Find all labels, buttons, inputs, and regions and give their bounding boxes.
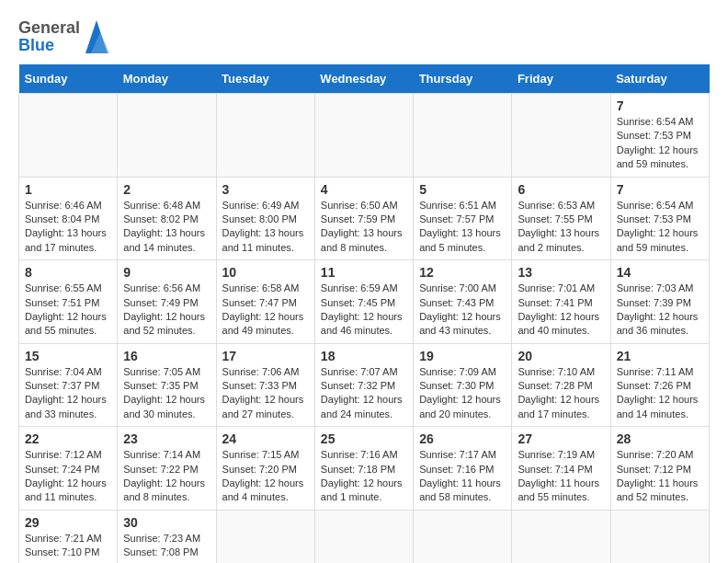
day-number: 27 — [518, 431, 604, 446]
cell-text: Sunrise: 7:14 AMSunset: 7:22 PMDaylight:… — [123, 449, 205, 502]
cell-text: Sunrise: 6:54 AMSunset: 7:53 PMDaylight:… — [617, 116, 699, 169]
calendar-cell — [512, 94, 610, 178]
day-number: 26 — [419, 431, 506, 446]
cell-text: Sunrise: 7:05 AMSunset: 7:35 PMDaylight:… — [123, 366, 205, 419]
calendar-cell: 9Sunrise: 6:56 AMSunset: 7:49 PMDaylight… — [118, 260, 216, 344]
calendar-cell: 4Sunrise: 6:50 AMSunset: 7:59 PMDaylight… — [314, 177, 413, 260]
day-number: 4 — [321, 182, 407, 197]
col-header-tuesday: Tuesday — [216, 64, 314, 94]
week-row-2: 1Sunrise: 6:46 AMSunset: 8:04 PMDaylight… — [19, 177, 710, 260]
calendar-cell: 1Sunrise: 6:46 AMSunset: 8:04 PMDaylight… — [19, 177, 118, 260]
col-header-monday: Monday — [118, 64, 216, 94]
header-row: SundayMondayTuesdayWednesdayThursdayFrid… — [19, 64, 710, 94]
calendar-cell — [414, 510, 512, 563]
calendar-cell — [314, 510, 413, 563]
cell-text: Sunrise: 7:03 AMSunset: 7:39 PMDaylight:… — [617, 282, 699, 336]
day-number: 24 — [222, 431, 309, 446]
calendar-cell: 8Sunrise: 6:55 AMSunset: 7:51 PMDaylight… — [19, 260, 118, 344]
day-number: 20 — [518, 349, 604, 363]
calendar-cell: 11Sunrise: 6:59 AMSunset: 7:45 PMDayligh… — [314, 260, 413, 344]
cell-text: Sunrise: 6:53 AMSunset: 7:55 PMDaylight:… — [518, 200, 599, 253]
day-number: 29 — [25, 515, 111, 530]
col-header-friday: Friday — [512, 64, 610, 94]
week-row-4: 15Sunrise: 7:04 AMSunset: 7:37 PMDayligh… — [19, 343, 710, 427]
calendar-cell: 13Sunrise: 7:01 AMSunset: 7:41 PMDayligh… — [512, 260, 610, 344]
calendar-cell: 29Sunrise: 7:21 AMSunset: 7:10 PMDayligh… — [19, 510, 118, 563]
day-number: 19 — [419, 349, 506, 363]
calendar-cell — [414, 94, 512, 178]
day-number: 7 — [617, 182, 703, 197]
day-number: 28 — [617, 431, 703, 446]
calendar-cell — [610, 510, 709, 563]
header: General Blue — [18, 18, 710, 55]
cell-text: Sunrise: 7:04 AMSunset: 7:37 PMDaylight:… — [25, 366, 107, 419]
logo-blue-text: Blue — [18, 36, 54, 55]
cell-text: Sunrise: 7:21 AMSunset: 7:10 PMDaylight:… — [25, 533, 107, 563]
calendar-cell — [512, 510, 610, 563]
cell-text: Sunrise: 6:59 AMSunset: 7:45 PMDaylight:… — [321, 282, 403, 336]
cell-text: Sunrise: 7:00 AMSunset: 7:43 PMDaylight:… — [419, 282, 501, 336]
week-row-1: 7Sunrise: 6:54 AMSunset: 7:53 PMDaylight… — [19, 94, 710, 178]
calendar-cell: 20Sunrise: 7:10 AMSunset: 7:28 PMDayligh… — [512, 343, 610, 427]
calendar-cell: 10Sunrise: 6:58 AMSunset: 7:47 PMDayligh… — [216, 260, 314, 344]
week-row-5: 22Sunrise: 7:12 AMSunset: 7:24 PMDayligh… — [19, 427, 710, 511]
cell-text: Sunrise: 7:06 AMSunset: 7:33 PMDaylight:… — [222, 366, 304, 419]
day-number: 3 — [222, 182, 309, 197]
logo-sail-icon — [82, 18, 111, 55]
day-number: 10 — [222, 265, 309, 280]
calendar-cell: 27Sunrise: 7:19 AMSunset: 7:14 PMDayligh… — [512, 427, 610, 511]
cell-text: Sunrise: 7:16 AMSunset: 7:18 PMDaylight:… — [321, 449, 403, 502]
day-number: 9 — [123, 265, 210, 280]
cell-text: Sunrise: 7:01 AMSunset: 7:41 PMDaylight:… — [518, 282, 599, 336]
cell-text: Sunrise: 7:11 AMSunset: 7:26 PMDaylight:… — [617, 366, 699, 419]
day-number: 17 — [222, 349, 309, 363]
calendar-cell: 5Sunrise: 6:51 AMSunset: 7:57 PMDaylight… — [414, 177, 512, 260]
day-number: 14 — [617, 265, 703, 280]
cell-text: Sunrise: 6:50 AMSunset: 7:59 PMDaylight:… — [321, 200, 403, 253]
day-number: 6 — [518, 182, 604, 197]
cell-text: Sunrise: 6:51 AMSunset: 7:57 PMDaylight:… — [419, 200, 501, 253]
day-number: 8 — [25, 265, 111, 280]
cell-text: Sunrise: 7:07 AMSunset: 7:32 PMDaylight:… — [321, 366, 403, 419]
calendar-cell — [314, 94, 413, 178]
day-number: 15 — [25, 349, 111, 363]
cell-text: Sunrise: 7:19 AMSunset: 7:14 PMDaylight:… — [518, 449, 599, 502]
calendar-cell: 18Sunrise: 7:07 AMSunset: 7:32 PMDayligh… — [314, 343, 413, 427]
cell-text: Sunrise: 7:15 AMSunset: 7:20 PMDaylight:… — [222, 449, 304, 502]
calendar-cell: 28Sunrise: 7:20 AMSunset: 7:12 PMDayligh… — [610, 427, 709, 511]
cell-text: Sunrise: 7:09 AMSunset: 7:30 PMDaylight:… — [419, 366, 501, 419]
day-number: 2 — [123, 182, 210, 197]
week-row-3: 8Sunrise: 6:55 AMSunset: 7:51 PMDaylight… — [19, 260, 710, 344]
calendar-cell: 24Sunrise: 7:15 AMSunset: 7:20 PMDayligh… — [216, 427, 314, 511]
calendar-cell: 7Sunrise: 6:54 AMSunset: 7:53 PMDaylight… — [610, 177, 709, 260]
day-number: 1 — [25, 182, 111, 197]
calendar-cell — [216, 94, 314, 178]
cell-text: Sunrise: 7:20 AMSunset: 7:12 PMDaylight:… — [617, 449, 699, 502]
cell-text: Sunrise: 6:56 AMSunset: 7:49 PMDaylight:… — [123, 282, 205, 336]
logo: General Blue — [18, 18, 111, 55]
calendar-cell — [216, 510, 314, 563]
calendar-cell — [19, 94, 118, 178]
day-number: 22 — [25, 431, 111, 446]
calendar-cell: 21Sunrise: 7:11 AMSunset: 7:26 PMDayligh… — [610, 343, 709, 427]
calendar-cell: 6Sunrise: 6:53 AMSunset: 7:55 PMDaylight… — [512, 177, 610, 260]
week-row-6: 29Sunrise: 7:21 AMSunset: 7:10 PMDayligh… — [19, 510, 710, 563]
cell-text: Sunrise: 7:10 AMSunset: 7:28 PMDaylight:… — [518, 366, 599, 419]
col-header-sunday: Sunday — [19, 64, 118, 94]
col-header-thursday: Thursday — [414, 64, 512, 94]
calendar-cell — [118, 94, 216, 178]
day-number: 23 — [123, 431, 210, 446]
calendar-cell: 3Sunrise: 6:49 AMSunset: 8:00 PMDaylight… — [216, 177, 314, 260]
cell-text: Sunrise: 6:46 AMSunset: 8:04 PMDaylight:… — [25, 200, 107, 253]
cell-text: Sunrise: 7:17 AMSunset: 7:16 PMDaylight:… — [419, 449, 501, 502]
day-number: 5 — [419, 182, 506, 197]
calendar-cell: 2Sunrise: 6:48 AMSunset: 8:02 PMDaylight… — [118, 177, 216, 260]
calendar-cell: 15Sunrise: 7:04 AMSunset: 7:37 PMDayligh… — [19, 343, 118, 427]
calendar-cell: 17Sunrise: 7:06 AMSunset: 7:33 PMDayligh… — [216, 343, 314, 427]
calendar-cell: 12Sunrise: 7:00 AMSunset: 7:43 PMDayligh… — [414, 260, 512, 344]
day-number: 18 — [321, 349, 407, 363]
day-number: 21 — [617, 349, 703, 363]
calendar-cell: 23Sunrise: 7:14 AMSunset: 7:22 PMDayligh… — [118, 427, 216, 511]
logo-general-text: General — [18, 18, 80, 38]
day-number: 7 — [617, 98, 703, 113]
